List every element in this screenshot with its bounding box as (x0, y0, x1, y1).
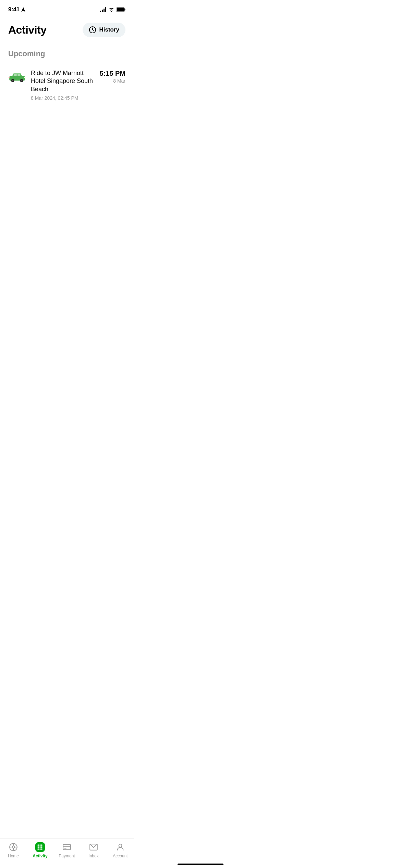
ride-pickup-time: 5:15 PM (99, 69, 125, 77)
ride-pickup-date: 8 Mar (99, 78, 125, 84)
ride-destination: Ride to JW Marriott Hotel Singapore Sout… (31, 69, 95, 93)
clock-icon (89, 26, 96, 34)
wifi-icon (108, 7, 114, 12)
ride-info: Ride to JW Marriott Hotel Singapore Sout… (31, 69, 95, 101)
ride-time-right: 5:15 PM 8 Mar (99, 69, 125, 84)
svg-point-8 (12, 80, 14, 82)
page-title: Activity (8, 24, 47, 36)
status-time: 9:41 (8, 6, 20, 13)
svg-rect-1 (117, 8, 124, 11)
history-button-label: History (99, 26, 119, 33)
history-button[interactable]: History (83, 23, 125, 37)
location-icon (21, 7, 25, 12)
svg-rect-11 (24, 77, 26, 78)
ride-datetime: 8 Mar 2024, 02:45 PM (31, 95, 95, 101)
svg-rect-12 (9, 77, 10, 78)
ride-card[interactable]: Ride to JW Marriott Hotel Singapore Sout… (0, 64, 134, 106)
header: Activity History (0, 17, 134, 41)
upcoming-section-title: Upcoming (0, 41, 134, 64)
car-icon (8, 71, 26, 83)
signal-icon (100, 7, 106, 12)
status-icons (100, 7, 125, 12)
status-bar: 9:41 (0, 0, 134, 17)
svg-rect-6 (17, 74, 20, 76)
svg-point-10 (21, 80, 23, 82)
battery-icon (117, 7, 125, 12)
svg-rect-2 (124, 9, 125, 11)
svg-rect-5 (14, 74, 17, 76)
